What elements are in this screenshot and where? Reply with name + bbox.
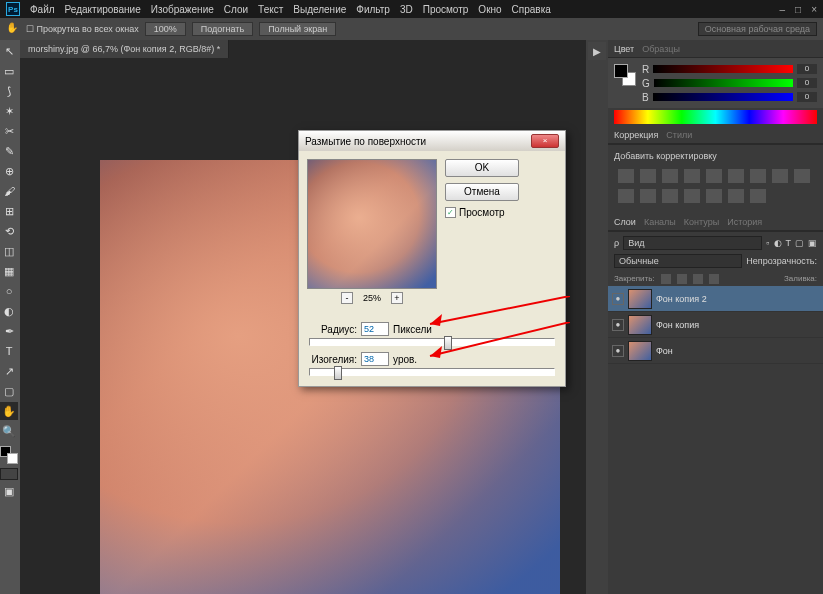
menu-window[interactable]: Окно	[478, 4, 501, 15]
dialog-close-button[interactable]: ×	[531, 134, 559, 148]
adj-gradmap-icon[interactable]	[728, 189, 744, 203]
tab-history[interactable]: История	[727, 217, 762, 227]
minimize-button[interactable]: –	[780, 4, 786, 15]
shape-tool[interactable]: ▢	[0, 382, 18, 400]
lasso-tool[interactable]: ⟆	[0, 82, 18, 100]
lock-pos-icon[interactable]	[693, 274, 703, 284]
tab-paths[interactable]: Контуры	[684, 217, 719, 227]
stamp-tool[interactable]: ⊞	[0, 202, 18, 220]
layer-row[interactable]: ● Фон копия 2	[608, 286, 823, 312]
adj-levels-icon[interactable]	[640, 169, 656, 183]
eyedropper-tool[interactable]: ✎	[0, 142, 18, 160]
marquee-tool[interactable]: ▭	[0, 62, 18, 80]
adj-bw-icon[interactable]	[772, 169, 788, 183]
visibility-icon[interactable]: ●	[612, 345, 624, 357]
filter-type-icon[interactable]: T	[786, 238, 792, 248]
zoom-out-button[interactable]: -	[341, 292, 353, 304]
r-value[interactable]: 0	[797, 64, 817, 74]
expand-button[interactable]: ▶	[588, 42, 606, 60]
zoom-in-button[interactable]: +	[391, 292, 403, 304]
filter-smart-icon[interactable]: ▣	[808, 238, 817, 248]
adj-threshold-icon[interactable]	[706, 189, 722, 203]
menu-view[interactable]: Просмотр	[423, 4, 469, 15]
isohelia-input[interactable]	[361, 352, 389, 366]
maximize-button[interactable]: □	[795, 4, 801, 15]
type-tool[interactable]: T	[0, 342, 18, 360]
dodge-tool[interactable]: ◐	[0, 302, 18, 320]
lock-trans-icon[interactable]	[661, 274, 671, 284]
preview-checkbox[interactable]: ✓	[445, 207, 456, 218]
move-tool[interactable]: ↖	[0, 42, 18, 60]
filter-img-icon[interactable]: ▫	[766, 238, 769, 248]
layer-row[interactable]: ● Фон копия	[608, 312, 823, 338]
menu-select[interactable]: Выделение	[293, 4, 346, 15]
dialog-titlebar[interactable]: Размытие по поверхности ×	[299, 131, 565, 151]
menu-filter[interactable]: Фильтр	[356, 4, 390, 15]
adj-vibrance-icon[interactable]	[706, 169, 722, 183]
adj-brightness-icon[interactable]	[618, 169, 634, 183]
adj-photo-icon[interactable]	[794, 169, 810, 183]
pen-tool[interactable]: ✒	[0, 322, 18, 340]
close-button[interactable]: ×	[811, 4, 817, 15]
hand-tool[interactable]: ✋	[0, 402, 18, 420]
screen-mode[interactable]: ▣	[0, 482, 18, 500]
cancel-button[interactable]: Отмена	[445, 183, 519, 201]
scroll-all-checkbox[interactable]: ☐ Прокрутка во всех окнах	[26, 24, 139, 34]
filter-shape-icon[interactable]: ▢	[795, 238, 804, 248]
isohelia-slider[interactable]	[309, 368, 555, 376]
fullscreen-button[interactable]: Полный экран	[259, 22, 336, 36]
zoom-100-button[interactable]: 100%	[145, 22, 186, 36]
blur-tool[interactable]: ○	[0, 282, 18, 300]
menu-help[interactable]: Справка	[512, 4, 551, 15]
document-tab[interactable]: morshiny.jpg @ 66,7% (Фон копия 2, RGB/8…	[20, 40, 229, 58]
b-slider[interactable]	[653, 93, 793, 101]
menu-text[interactable]: Текст	[258, 4, 283, 15]
quick-mask[interactable]	[0, 468, 18, 480]
adj-curves-icon[interactable]	[662, 169, 678, 183]
menu-3d[interactable]: 3D	[400, 4, 413, 15]
adj-select-icon[interactable]	[750, 189, 766, 203]
g-slider[interactable]	[654, 79, 793, 87]
r-slider[interactable]	[653, 65, 793, 73]
tab-adjustments[interactable]: Коррекция	[614, 130, 658, 140]
tab-swatches[interactable]: Образцы	[642, 44, 680, 54]
eraser-tool[interactable]: ◫	[0, 242, 18, 260]
g-value[interactable]: 0	[797, 78, 817, 88]
brush-tool[interactable]: 🖌	[0, 182, 18, 200]
adj-hue-icon[interactable]	[728, 169, 744, 183]
gradient-tool[interactable]: ▦	[0, 262, 18, 280]
path-tool[interactable]: ↗	[0, 362, 18, 380]
menu-layers[interactable]: Слои	[224, 4, 248, 15]
color-swatches[interactable]	[0, 446, 18, 464]
tab-color[interactable]: Цвет	[614, 44, 634, 54]
heal-tool[interactable]: ⊕	[0, 162, 18, 180]
adj-balance-icon[interactable]	[750, 169, 766, 183]
color-swatch[interactable]	[614, 64, 636, 86]
wand-tool[interactable]: ✶	[0, 102, 18, 120]
lock-all-icon[interactable]	[709, 274, 719, 284]
history-tool[interactable]: ⟲	[0, 222, 18, 240]
tab-channels[interactable]: Каналы	[644, 217, 676, 227]
b-value[interactable]: 0	[797, 92, 817, 102]
fit-button[interactable]: Подогнать	[192, 22, 253, 36]
blend-select[interactable]: Обычные	[614, 254, 742, 268]
visibility-icon[interactable]: ●	[612, 319, 624, 331]
zoom-tool[interactable]: 🔍	[0, 422, 18, 440]
visibility-icon[interactable]: ●	[612, 293, 624, 305]
filter-adj-icon[interactable]: ◐	[774, 238, 782, 248]
menu-edit[interactable]: Редактирование	[65, 4, 141, 15]
tab-layers[interactable]: Слои	[614, 217, 636, 227]
menu-file[interactable]: Файл	[30, 4, 55, 15]
color-ramp[interactable]	[614, 110, 817, 124]
radius-input[interactable]	[361, 322, 389, 336]
adj-lookup-icon[interactable]	[640, 189, 656, 203]
preview-image[interactable]	[307, 159, 437, 289]
adj-post-icon[interactable]	[684, 189, 700, 203]
adj-invert-icon[interactable]	[662, 189, 678, 203]
adj-mixer-icon[interactable]	[618, 189, 634, 203]
workspace-combo[interactable]: Основная рабочая среда	[698, 22, 817, 36]
menu-image[interactable]: Изображение	[151, 4, 214, 15]
tab-styles[interactable]: Стили	[666, 130, 692, 140]
layer-row[interactable]: ● Фон	[608, 338, 823, 364]
ok-button[interactable]: OK	[445, 159, 519, 177]
